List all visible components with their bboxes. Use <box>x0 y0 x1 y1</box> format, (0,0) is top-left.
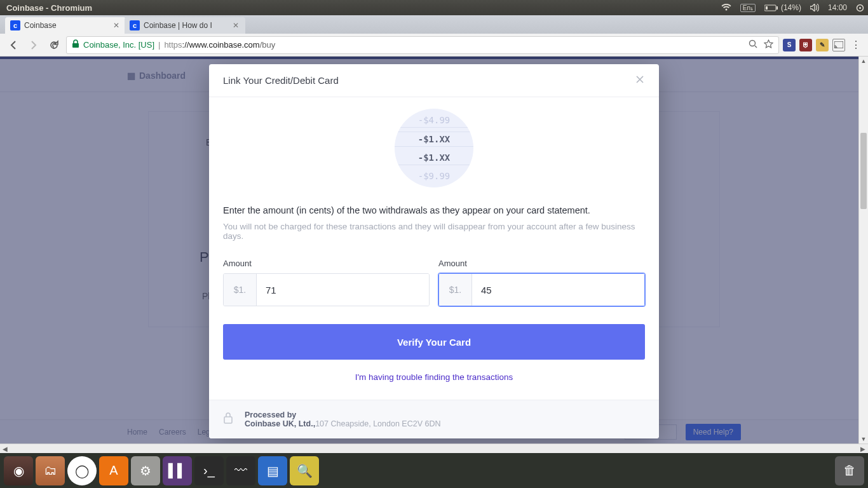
close-icon[interactable] <box>635 74 645 87</box>
scroll-left-arrow[interactable]: ◀ <box>0 444 10 453</box>
keyboard-indicator[interactable]: En₁ <box>740 4 756 12</box>
browser-tab-inactive[interactable]: c Coinbase | How do I ✕ <box>125 17 245 34</box>
vertical-scrollbar[interactable]: ▲ ▼ <box>858 57 868 444</box>
amount-input-group-1: $1. <box>223 273 430 306</box>
amount-input-2[interactable] <box>472 274 644 306</box>
tab-title: Coinbase <box>24 21 108 30</box>
clock[interactable]: 14:00 <box>828 3 847 12</box>
amount-input-group-2: $1. <box>438 273 645 306</box>
launcher-terminal-icon[interactable]: ›_ <box>194 456 224 485</box>
scroll-up-arrow[interactable]: ▲ <box>859 57 868 65</box>
launcher-monitor-icon[interactable]: 〰 <box>226 456 255 485</box>
zoom-icon[interactable] <box>749 39 757 51</box>
statement-line: -$1.XX <box>395 132 473 147</box>
modal-footer: Processed by Coinbase UK, Ltd.,107 Cheap… <box>209 400 659 438</box>
extension-icon[interactable]: ✎ <box>816 39 829 51</box>
address-bar[interactable]: Coinbase, Inc. [US] | https://www.coinba… <box>66 36 779 54</box>
statement-line: -$1.XX <box>395 151 473 165</box>
modal-header: Link Your Credit/Debit Card <box>209 64 659 97</box>
site-identity: Coinbase, Inc. [US] <box>83 40 154 50</box>
svg-rect-2 <box>766 6 768 10</box>
url-separator: | <box>158 40 160 50</box>
launcher-search-icon[interactable]: 🔍 <box>290 456 319 485</box>
tab-title: Coinbase | How do I <box>144 21 227 30</box>
launcher-chrome-icon[interactable]: ◯ <box>67 456 97 485</box>
amount-input-1[interactable] <box>257 274 429 306</box>
cast-icon[interactable] <box>832 39 845 51</box>
browser-toolbar: Coinbase, Inc. [US] | https://www.coinba… <box>0 34 868 57</box>
instruction-subtext: You will not be charged for these transa… <box>223 222 645 241</box>
close-icon[interactable]: ✕ <box>112 21 121 30</box>
back-button[interactable] <box>5 37 22 53</box>
launcher-software-icon[interactable]: A <box>99 456 128 485</box>
svg-rect-5 <box>72 43 79 48</box>
svg-rect-1 <box>776 6 778 10</box>
launcher-trash-icon[interactable]: 🗑 <box>835 456 864 485</box>
favicon-icon: c <box>10 20 20 30</box>
launcher-dash-icon[interactable]: ◉ <box>4 456 33 485</box>
amount-prefix: $1. <box>224 274 257 306</box>
amount-label: Amount <box>223 259 430 268</box>
reload-button[interactable] <box>46 37 62 53</box>
amount-prefix: $1. <box>439 274 472 306</box>
extension-icons: S ⛨ ✎ <box>783 39 845 51</box>
scroll-down-arrow[interactable]: ▼ <box>859 435 868 444</box>
statement-illustration: -$4.99 -$1.XX -$1.XX -$9.99 <box>395 109 473 187</box>
amount-inputs-row: Amount $1. Amount $1. <box>223 259 645 306</box>
statement-line: -$9.99 <box>395 169 473 183</box>
page-viewport: ▦ Dashboard B Pay Ple Home Careers Legal… <box>0 57 868 444</box>
volume-icon[interactable] <box>810 4 819 11</box>
extension-icon[interactable]: ⛨ <box>799 39 812 51</box>
tab-strip: c Coinbase ✕ c Coinbase | How do I ✕ <box>0 15 868 34</box>
browser-tab-active[interactable]: c Coinbase ✕ <box>5 17 126 34</box>
lock-icon <box>223 412 233 427</box>
statement-line: -$4.99 <box>395 113 473 128</box>
window-title: Coinbase - Chromium <box>4 3 721 13</box>
chromium-window: c Coinbase ✕ c Coinbase | How do I ✕ Coi… <box>0 15 868 453</box>
amount-label: Amount <box>438 259 645 268</box>
close-icon[interactable]: ✕ <box>231 21 240 30</box>
link-card-modal: Link Your Credit/Debit Card -$4.99 -$1.X… <box>209 64 659 438</box>
chrome-menu-button[interactable]: ⋮ <box>849 39 863 51</box>
scroll-thumb[interactable] <box>860 133 867 209</box>
svg-point-6 <box>750 40 756 46</box>
lock-icon <box>72 39 79 50</box>
battery-indicator[interactable]: (14%) <box>764 3 801 12</box>
svg-rect-8 <box>224 417 232 423</box>
trouble-finding-link[interactable]: I'm having trouble finding the transacti… <box>223 369 645 386</box>
launcher-files-icon[interactable]: 🗂 <box>36 456 65 485</box>
horizontal-scrollbar[interactable]: ◀ ▶ <box>0 444 868 453</box>
panel-indicators: En₁ (14%) 14:00 <box>721 3 864 12</box>
wifi-icon[interactable] <box>721 4 731 11</box>
forward-button[interactable] <box>25 37 42 53</box>
launcher-app-icon[interactable]: ▌▌ <box>163 456 192 485</box>
svg-point-4 <box>859 7 861 9</box>
extension-icon[interactable]: S <box>783 39 796 51</box>
url-text: https://www.coinbase.com/buy <box>164 40 275 50</box>
star-icon[interactable] <box>764 39 773 51</box>
processed-by-info: Processed by Coinbase UK, Ltd.,107 Cheap… <box>245 410 440 428</box>
verify-card-button[interactable]: Verify Your Card <box>223 324 645 360</box>
modal-title: Link Your Credit/Debit Card <box>223 75 339 86</box>
launcher-settings-icon[interactable]: ⚙ <box>131 456 160 485</box>
launcher-document-icon[interactable]: ▤ <box>258 456 287 485</box>
favicon-icon: c <box>130 20 140 30</box>
unity-launcher: ◉ 🗂 ◯ A ⚙ ▌▌ ›_ 〰 ▤ 🔍 🗑 <box>0 453 868 488</box>
gear-icon[interactable] <box>856 4 864 12</box>
ubuntu-top-panel: Coinbase - Chromium En₁ (14%) 14:00 <box>0 0 868 15</box>
scroll-right-arrow[interactable]: ▶ <box>858 444 868 453</box>
instruction-text: Enter the amount (in cents) of the two w… <box>223 205 645 215</box>
modal-overlay: Link Your Credit/Debit Card -$4.99 -$1.X… <box>0 57 868 444</box>
